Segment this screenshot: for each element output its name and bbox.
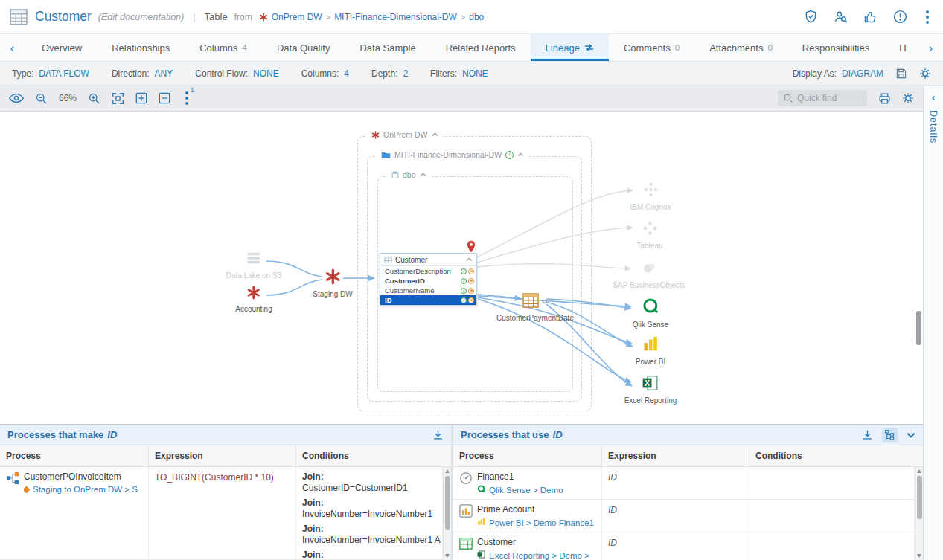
tab-history-truncated[interactable]: H bbox=[884, 34, 921, 61]
tree-view-toggle-icon[interactable] bbox=[882, 428, 898, 442]
column-row-customername[interactable]: CustomerName bbox=[380, 286, 476, 295]
download-icon[interactable] bbox=[432, 429, 444, 440]
table-object-icon bbox=[9, 7, 28, 27]
user-audit-icon[interactable] bbox=[833, 9, 848, 25]
column-header-conditions[interactable]: Conditions bbox=[749, 445, 915, 466]
fit-to-screen-icon[interactable] bbox=[112, 92, 124, 105]
tab-attachments[interactable]: Attachments0 bbox=[694, 34, 787, 61]
node-sap-businessobjects[interactable]: SAP BusinessObjects bbox=[613, 260, 685, 289]
node-ibm-cognos[interactable]: IBM Cognos bbox=[630, 181, 671, 211]
tab-comments[interactable]: Comments0 bbox=[609, 34, 694, 61]
warning-info-icon[interactable] bbox=[892, 9, 908, 25]
container-model-label[interactable]: MITI-Finance-Dimensional-DW bbox=[377, 150, 528, 159]
make-table-scrollbar[interactable] bbox=[443, 467, 451, 560]
tab-relationships[interactable]: Relationships bbox=[97, 34, 185, 61]
node-power-bi[interactable]: Power BI bbox=[636, 336, 666, 366]
process-path-link[interactable]: Excel Reporting > Demo > bbox=[477, 550, 589, 560]
tabs-scroll-left-icon[interactable]: ‹ bbox=[4, 39, 21, 57]
node-tableau[interactable]: Tableau bbox=[636, 220, 662, 250]
table-row[interactable]: Finance1 Qlik Sense > Demo ID bbox=[453, 467, 923, 500]
edit-documentation-link[interactable]: (Edit documentation) bbox=[98, 12, 184, 22]
profiling-icon bbox=[468, 278, 474, 284]
collapse-chevron-icon[interactable] bbox=[420, 173, 426, 177]
table-row[interactable]: CustomerPOInvoiceItem Staging to OnPrem … bbox=[0, 467, 451, 560]
tab-responsibilities[interactable]: Responsibilities bbox=[787, 34, 884, 61]
more-actions-menu-icon[interactable] bbox=[922, 9, 933, 25]
save-layout-icon[interactable] bbox=[895, 68, 907, 80]
zoom-out-icon[interactable] bbox=[35, 92, 48, 105]
lineage-diagram-canvas[interactable]: OnPrem DW MITI-Finance-Dimensional-DW db… bbox=[0, 112, 923, 424]
node-qlik-sense[interactable]: Qlik Sense bbox=[633, 297, 668, 329]
customer-node-header[interactable]: Customer bbox=[380, 254, 476, 266]
container-label-text: OnPrem DW bbox=[383, 130, 428, 139]
filter-depth[interactable]: Depth:2 bbox=[371, 68, 408, 79]
object-type-label: Table bbox=[205, 11, 228, 22]
excel-table-icon bbox=[459, 537, 473, 553]
node-customer-payment-date[interactable]: CustomerPaymentDate bbox=[496, 292, 574, 322]
tab-data-sample[interactable]: Data Sample bbox=[345, 34, 430, 61]
tab-label: Data Sample bbox=[359, 42, 415, 54]
column-header-process[interactable]: Process bbox=[453, 445, 602, 466]
node-excel-reporting[interactable]: X Excel Reporting bbox=[624, 375, 677, 405]
column-header-expression[interactable]: Expression bbox=[149, 445, 296, 466]
column-header-process[interactable]: Process bbox=[0, 445, 149, 466]
node-accounting[interactable]: Accounting bbox=[235, 286, 272, 313]
table-row[interactable]: Customer Excel Reporting > Demo > ID bbox=[453, 532, 923, 560]
container-dbo-label[interactable]: dbo bbox=[387, 170, 431, 179]
lineage-settings-gear-icon[interactable] bbox=[919, 68, 931, 80]
filter-type[interactable]: Type:DATA FLOW bbox=[12, 68, 89, 79]
filter-filters[interactable]: Filters:NONE bbox=[430, 68, 488, 79]
filter-control-flow[interactable]: Control Flow:NONE bbox=[195, 68, 278, 79]
process-path-link[interactable]: Qlik Sense > Demo bbox=[477, 485, 563, 495]
collapse-chevron-icon[interactable] bbox=[466, 257, 473, 262]
details-expand-chevron-icon[interactable]: ‹ bbox=[932, 92, 936, 103]
breadcrumb-server[interactable]: OnPrem DW bbox=[272, 12, 322, 22]
column-header-conditions[interactable]: Conditions bbox=[296, 445, 443, 466]
diagram-overflow-menu-icon[interactable]: 1 bbox=[182, 90, 193, 106]
breadcrumb-separator: > bbox=[461, 13, 465, 22]
certified-shield-icon[interactable] bbox=[803, 9, 819, 25]
node-staging-dw[interactable]: Staging DW bbox=[313, 268, 352, 298]
process-path-link[interactable]: Power BI > Demo Finance1 bbox=[477, 518, 594, 527]
tabs-scroll-right-icon[interactable]: › bbox=[922, 39, 939, 57]
table-row[interactable]: Prime Account Power BI > Demo Finance1 I… bbox=[453, 500, 923, 532]
process-path-link[interactable]: Staging to OnPrem DW > S bbox=[24, 485, 138, 494]
filter-direction[interactable]: Direction:ANY bbox=[112, 68, 173, 79]
column-header-expression[interactable]: Expression bbox=[602, 445, 749, 466]
tab-related-reports[interactable]: Related Reports bbox=[431, 34, 531, 61]
page-title: Customer bbox=[35, 9, 92, 25]
from-label: from bbox=[234, 12, 252, 22]
node-customer-table[interactable]: Customer CustomerDescription CustomerID … bbox=[380, 253, 477, 306]
zoom-in-icon[interactable] bbox=[88, 92, 100, 105]
node-data-lake-s3[interactable]: Data Lake on S3 bbox=[226, 250, 282, 280]
tab-data-quality[interactable]: Data Quality bbox=[262, 34, 345, 61]
expand-all-icon[interactable] bbox=[135, 92, 147, 104]
collapse-panel-chevron-icon[interactable] bbox=[907, 432, 915, 438]
tab-label: Responsibilities bbox=[802, 42, 869, 54]
container-onprem-dw-label[interactable]: OnPrem DW bbox=[367, 130, 443, 139]
column-row-customerid[interactable]: CustomerID bbox=[380, 276, 476, 286]
expand-chevron-icon[interactable] bbox=[541, 300, 548, 304]
download-icon[interactable] bbox=[862, 429, 873, 440]
endorse-thumbs-up-icon[interactable] bbox=[863, 9, 878, 25]
collapse-chevron-icon[interactable] bbox=[432, 132, 438, 137]
breadcrumb-schema[interactable]: dbo bbox=[469, 12, 484, 22]
collapse-chevron-icon[interactable] bbox=[517, 152, 524, 157]
filter-columns[interactable]: Columns:4 bbox=[301, 68, 349, 79]
breadcrumb-model[interactable]: MITI-Finance-Dimensional-DW bbox=[334, 12, 457, 22]
column-row-customerdescription[interactable]: CustomerDescription bbox=[380, 266, 476, 276]
tab-columns[interactable]: Columns4 bbox=[185, 34, 262, 61]
overflow-count-badge: 1 bbox=[191, 86, 194, 94]
column-row-id-selected[interactable]: ID bbox=[380, 295, 476, 305]
zoom-level[interactable]: 66% bbox=[59, 93, 77, 103]
tab-overview[interactable]: Overview bbox=[27, 34, 97, 61]
details-panel-tab[interactable]: Details bbox=[928, 110, 939, 144]
toolbar-settings-gear-icon[interactable] bbox=[902, 92, 914, 104]
print-icon[interactable] bbox=[878, 92, 891, 105]
tab-lineage[interactable]: Lineage bbox=[531, 34, 609, 61]
display-as-selector[interactable]: Display As:DIAGRAM bbox=[793, 68, 883, 79]
use-table-scrollbar[interactable] bbox=[915, 467, 923, 560]
diagram-vertical-scrollbar[interactable] bbox=[916, 311, 921, 345]
collapse-all-icon[interactable] bbox=[159, 92, 170, 104]
visibility-eye-icon[interactable] bbox=[9, 93, 24, 103]
